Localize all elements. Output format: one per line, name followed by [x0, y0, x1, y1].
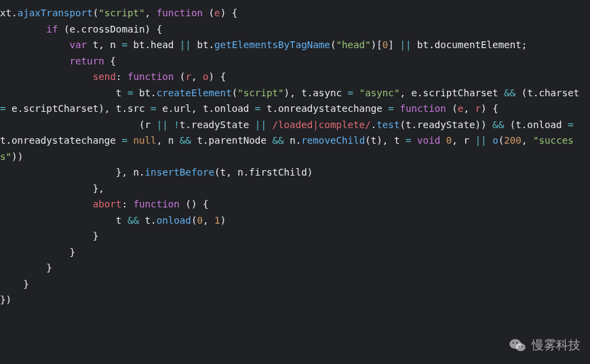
code-content: xt.ajaxTransport("script", function (e) …	[0, 7, 585, 305]
svg-point-3	[516, 342, 517, 344]
svg-point-5	[522, 346, 523, 347]
svg-point-4	[518, 346, 519, 347]
svg-point-2	[513, 342, 514, 344]
svg-point-1	[516, 343, 526, 351]
wechat-icon	[509, 338, 526, 352]
code-block: xt.ajaxTransport("script", function (e) …	[0, 0, 590, 308]
watermark-text: 慢雾科技	[532, 337, 581, 353]
watermark: 慢雾科技	[509, 337, 581, 353]
